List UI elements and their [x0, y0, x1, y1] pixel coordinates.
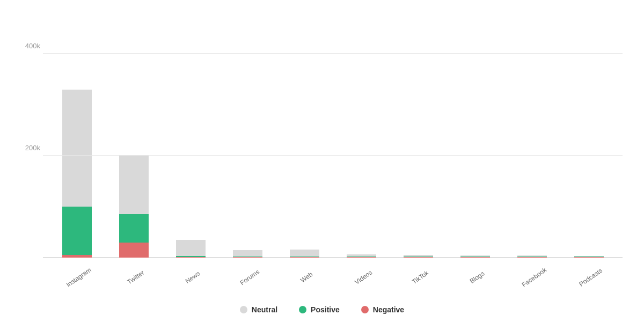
bar-label: News	[184, 269, 202, 285]
bar-segment-negative	[404, 257, 433, 258]
bar-stack	[290, 250, 319, 258]
bar-group: TikTok	[404, 255, 433, 258]
y-axis-label: 400k	[13, 42, 40, 50]
bar-group: News	[176, 240, 206, 258]
bar-segment-neutral	[290, 250, 319, 257]
bar-group: Videos	[347, 254, 376, 258]
bar-stack	[404, 255, 433, 258]
bar-group: Facebook	[517, 255, 547, 258]
bar-segment-neutral	[176, 240, 206, 256]
bar-label: Blogs	[469, 269, 486, 285]
bar-label: Podcasts	[578, 267, 604, 288]
bar-segment-neutral	[233, 250, 262, 256]
y-axis-label: 200k	[13, 144, 40, 152]
bar-group: Blogs	[460, 255, 490, 258]
bar-group: Web	[290, 250, 319, 258]
bar-segment-positive	[119, 214, 149, 242]
bar-segment-neutral	[62, 90, 92, 207]
legend-item: Positive	[299, 305, 340, 314]
bar-stack	[119, 156, 149, 258]
bar-segment-positive	[62, 207, 92, 255]
bar-group: Podcasts	[574, 256, 604, 258]
bar-label: Facebook	[520, 266, 547, 289]
legend-dot	[361, 306, 369, 313]
chart-area: InstagramTwitterNewsForumsWebVideosTikTo…	[43, 21, 623, 258]
bar-segment-negative	[460, 257, 490, 258]
grid-line	[43, 155, 623, 156]
bar-segment-negative	[517, 257, 547, 258]
bar-stack	[574, 256, 604, 258]
bar-group: Forums	[233, 250, 262, 258]
bar-segment-negative	[574, 257, 604, 258]
bar-label: Instagram	[65, 266, 93, 289]
bar-segment-negative	[119, 243, 149, 258]
bar-stack	[460, 255, 490, 258]
legend-item: Neutral	[240, 305, 277, 314]
bar-segment-negative	[62, 255, 92, 258]
legend-label: Positive	[311, 305, 340, 314]
legend-dot	[240, 306, 247, 313]
legend-label: Neutral	[252, 305, 277, 314]
bar-stack	[62, 90, 92, 258]
bar-group: Twitter	[119, 156, 149, 258]
bar-segment-negative	[290, 257, 319, 258]
legend: NeutralPositiveNegative	[0, 305, 644, 314]
bars-wrapper: InstagramTwitterNewsForumsWebVideosTikTo…	[43, 21, 623, 258]
bar-label: Twitter	[126, 269, 146, 286]
bar-group: Instagram	[62, 90, 92, 258]
bar-label: Forums	[238, 268, 260, 287]
bar-segment-neutral	[119, 156, 149, 214]
bar-segment-negative	[347, 257, 376, 258]
bar-stack	[176, 240, 206, 258]
bar-stack	[517, 255, 547, 258]
bar-stack	[233, 250, 262, 258]
bar-label: Web	[299, 270, 314, 284]
bar-segment-negative	[176, 257, 206, 258]
grid-line	[43, 53, 623, 54]
legend-item: Negative	[361, 305, 404, 314]
bar-label: Videos	[353, 269, 374, 286]
legend-label: Negative	[373, 305, 404, 314]
bar-label: TikTok	[411, 269, 430, 286]
bar-stack	[347, 254, 376, 258]
bar-segment-negative	[233, 257, 262, 258]
legend-dot	[299, 306, 306, 313]
chart-container: InstagramTwitterNewsForumsWebVideosTikTo…	[0, 0, 644, 322]
